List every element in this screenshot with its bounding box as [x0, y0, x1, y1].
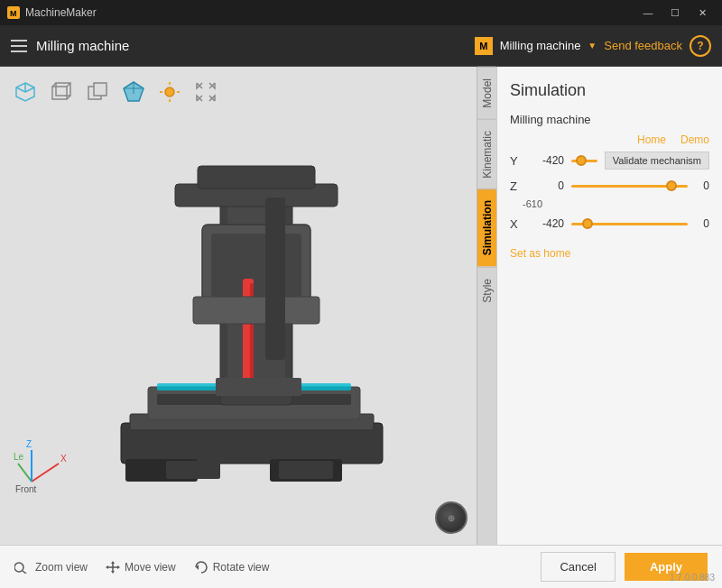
svg-rect-46 [216, 378, 301, 396]
x-end-value: 0 [695, 217, 709, 230]
svg-rect-42 [193, 297, 319, 324]
y-axis-value: -420 [526, 154, 564, 167]
x-axis-value: -420 [526, 217, 564, 230]
svg-text:Front: Front [15, 484, 37, 494]
z-slider-container [571, 179, 688, 193]
move-label: Move view [125, 561, 176, 574]
validate-mechanism-button[interactable]: Validate mechanism [605, 152, 709, 170]
expand-view-button[interactable] [191, 78, 220, 106]
z-end-value: 0 [695, 179, 709, 192]
svg-line-49 [18, 464, 32, 482]
3d-viewport: X Le Z Front ⊕ [0, 67, 477, 545]
rotate-label: Rotate view [213, 561, 270, 574]
y-axis-row: Y -420 Validate mechanism [510, 152, 709, 170]
svg-text:Z: Z [26, 439, 32, 449]
svg-rect-44 [198, 166, 315, 188]
svg-marker-56 [111, 561, 115, 564]
y-axis-label: Y [510, 154, 523, 168]
view-toolbar [11, 78, 220, 106]
x-slider-container [571, 216, 688, 231]
front-view-button[interactable] [47, 78, 76, 106]
version-info: 1.7.0.0.883 [670, 573, 715, 583]
machine-name-label: Milling machine [36, 38, 129, 53]
svg-line-55 [23, 571, 26, 574]
y-axis-slider[interactable] [571, 160, 597, 162]
camera-ball: ⊕ [435, 501, 467, 534]
toolbar-machine-label: Milling machine [500, 39, 581, 52]
move-icon [106, 561, 120, 574]
svg-rect-45 [265, 198, 285, 360]
iso-view-button[interactable] [11, 78, 40, 106]
x-axis-row: X -420 0 [510, 216, 709, 231]
svg-line-47 [32, 464, 59, 482]
svg-rect-30 [279, 461, 333, 479]
light-view-button[interactable] [155, 78, 184, 106]
machine-3d-view [18, 112, 477, 509]
app-title: MachineMaker [25, 6, 97, 19]
set-as-home-link[interactable]: Set as home [510, 247, 570, 260]
side-tabs: Model Kinematic Simulation Style [477, 67, 496, 545]
zoom-view-item: Zoom view [14, 561, 88, 574]
svg-line-5 [16, 87, 25, 92]
home-link[interactable]: Home [637, 133, 666, 146]
zoom-label: Zoom view [35, 561, 88, 574]
titlebar-controls: — ☐ ✕ [635, 0, 715, 25]
rotate-icon [194, 561, 208, 574]
tab-style[interactable]: Style [477, 267, 496, 314]
machine-icon: M [475, 37, 493, 55]
toolbar-left: Milling machine [11, 38, 129, 53]
machine-svg [85, 116, 410, 504]
svg-text:Le: Le [14, 452, 24, 462]
3d-view-button[interactable] [119, 78, 148, 106]
z-axis-value: 0 [526, 179, 564, 192]
main-content: X Le Z Front ⊕ Model Kinematic Simulatio… [0, 67, 722, 545]
minimize-button[interactable]: — [635, 0, 661, 25]
zoom-icon [14, 561, 31, 574]
svg-marker-59 [117, 565, 120, 569]
x-axis-slider[interactable] [571, 223, 688, 225]
help-button[interactable]: ? [690, 35, 711, 57]
main-toolbar: Milling machine M Milling machine ▼ Send… [0, 25, 722, 67]
svg-marker-58 [106, 565, 108, 569]
maximize-button[interactable]: ☐ [662, 0, 688, 25]
svg-rect-28 [166, 461, 220, 479]
svg-rect-12 [94, 83, 106, 96]
demo-link[interactable]: Demo [680, 133, 709, 146]
x-axis-label: X [510, 217, 523, 231]
section-label: Milling machine [510, 113, 709, 126]
home-demo-row: Home Demo [510, 133, 709, 146]
app-icon: M [7, 6, 20, 19]
tab-simulation[interactable]: Simulation [477, 188, 496, 266]
panel-title: Simulation [510, 81, 709, 100]
tab-model[interactable]: Model [477, 67, 496, 119]
side-view-button[interactable] [83, 78, 112, 106]
svg-rect-6 [52, 87, 67, 99]
rotate-view-item: Rotate view [194, 561, 270, 574]
axes-indicator: X Le Z Front [14, 436, 77, 500]
move-view-item: Move view [106, 561, 176, 574]
titlebar: M MachineMaker — ☐ ✕ [0, 0, 722, 25]
send-feedback-button[interactable]: Send feedback [604, 39, 682, 52]
bottom-left: Zoom view Move view Rotate view [14, 561, 269, 574]
z-axis-label: Z [510, 179, 523, 193]
z-axis-row: Z 0 0 [510, 179, 709, 193]
titlebar-left: M MachineMaker [7, 6, 97, 19]
toolbar-center: M Milling machine ▼ Send feedback ? [475, 35, 711, 57]
z-axis-slider[interactable] [571, 185, 688, 188]
svg-rect-39 [211, 234, 301, 306]
z-range-label: -610 [523, 198, 709, 209]
bottom-bar: Zoom view Move view Rotate view Cancel A… [0, 545, 722, 588]
svg-line-4 [25, 87, 34, 92]
tab-kinematic[interactable]: Kinematic [477, 119, 496, 189]
dropdown-arrow-icon[interactable]: ▼ [588, 41, 597, 51]
svg-text:M: M [10, 9, 17, 18]
svg-text:X: X [60, 454, 67, 464]
hamburger-menu[interactable] [11, 40, 27, 52]
right-panel: Simulation Milling machine Home Demo Y -… [496, 67, 722, 545]
svg-point-54 [14, 563, 23, 572]
cancel-button[interactable]: Cancel [541, 552, 615, 582]
y-slider-container [571, 153, 597, 168]
svg-marker-57 [111, 571, 115, 574]
close-button[interactable]: ✕ [690, 0, 715, 25]
svg-point-16 [165, 87, 174, 96]
